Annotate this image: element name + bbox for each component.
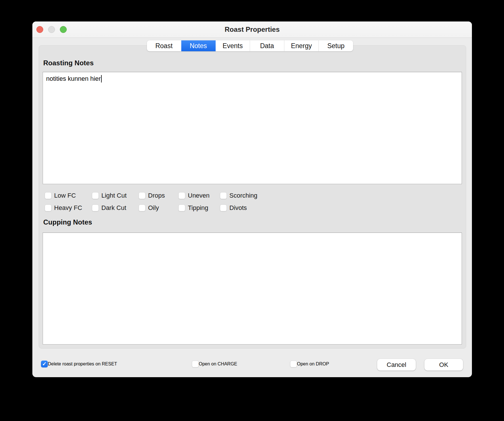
roasting-notes-label: Roasting Notes bbox=[43, 59, 94, 67]
notes-panel: Roasting Notes notities kunnen hier Low … bbox=[39, 45, 466, 349]
checkbox-open-on-charge[interactable]: Open on CHARGE bbox=[192, 360, 237, 368]
tab-energy[interactable]: Energy bbox=[284, 40, 319, 51]
checkbox-scorching[interactable]: Scorching bbox=[220, 192, 257, 199]
tab-events[interactable]: Events bbox=[216, 40, 250, 51]
close-button-icon[interactable] bbox=[36, 26, 43, 33]
checkbox-box[interactable] bbox=[45, 204, 52, 211]
tab-bar: Roast Notes Events Data Energy Setup bbox=[147, 40, 353, 51]
text-cursor bbox=[101, 75, 102, 82]
cupping-notes-label: Cupping Notes bbox=[43, 218, 92, 227]
title-bar[interactable]: Roast Properties bbox=[32, 21, 472, 38]
roasting-notes-text: notities kunnen hier bbox=[46, 75, 101, 82]
cancel-button[interactable]: Cancel bbox=[377, 359, 416, 371]
checkbox-open-on-drop[interactable]: Open on DROP bbox=[290, 360, 329, 368]
checkbox-box[interactable] bbox=[178, 204, 185, 211]
checkbox-box[interactable] bbox=[290, 361, 297, 367]
checkbox-heavy-fc[interactable]: Heavy FC bbox=[45, 204, 82, 212]
tab-roast[interactable]: Roast bbox=[147, 40, 181, 51]
checkbox-box[interactable] bbox=[92, 204, 99, 211]
checkbox-divots[interactable]: Divots bbox=[220, 204, 247, 212]
checkbox-box[interactable] bbox=[192, 361, 199, 367]
checkbox-oily[interactable]: Oily bbox=[139, 204, 159, 212]
cupping-notes-textarea[interactable] bbox=[43, 233, 462, 345]
checkbox-drops[interactable]: Drops bbox=[139, 192, 165, 199]
checkbox-uneven[interactable]: Uneven bbox=[178, 192, 210, 199]
tab-setup[interactable]: Setup bbox=[319, 40, 353, 51]
checkbox-dark-cut[interactable]: Dark Cut bbox=[92, 204, 126, 212]
screen-background: Roast Properties Roast Notes Events Data… bbox=[0, 0, 504, 421]
checkbox-box[interactable] bbox=[220, 204, 227, 211]
checkbox-box[interactable] bbox=[45, 192, 52, 199]
window-title: Roast Properties bbox=[32, 21, 472, 38]
tab-notes[interactable]: Notes bbox=[181, 40, 216, 51]
checkbox-box[interactable] bbox=[139, 192, 145, 199]
checkbox-delete-on-reset[interactable]: ✓ Delete roast properties on RESET bbox=[41, 360, 117, 368]
checkbox-box[interactable]: ✓ bbox=[41, 361, 48, 367]
ok-button[interactable]: OK bbox=[424, 359, 463, 371]
checkbox-box[interactable] bbox=[220, 192, 227, 199]
minimize-button-icon bbox=[48, 26, 55, 33]
tab-data[interactable]: Data bbox=[250, 40, 284, 51]
checkbox-box[interactable] bbox=[92, 192, 99, 199]
checkbox-tipping[interactable]: Tipping bbox=[178, 204, 208, 212]
roast-properties-dialog: Roast Properties Roast Notes Events Data… bbox=[32, 21, 472, 377]
checkbox-light-cut[interactable]: Light Cut bbox=[92, 192, 127, 199]
checkmark-icon: ✓ bbox=[42, 361, 47, 367]
checkbox-box[interactable] bbox=[178, 192, 185, 199]
checkbox-low-fc[interactable]: Low FC bbox=[45, 192, 76, 199]
roasting-notes-textarea[interactable]: notities kunnen hier bbox=[43, 72, 462, 184]
checkbox-box[interactable] bbox=[139, 204, 145, 211]
zoom-button-icon[interactable] bbox=[60, 26, 67, 33]
